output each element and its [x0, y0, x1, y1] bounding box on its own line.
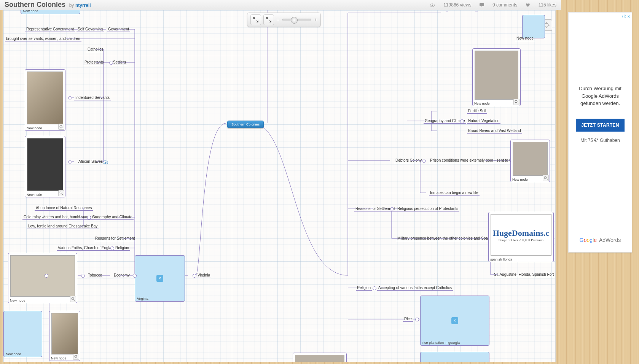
comments-stat[interactable]: 9 comments	[480, 2, 519, 8]
image-node-hugedomains[interactable]: HugeDomains.c Shop for Over 200,000 Prem…	[488, 212, 554, 262]
node-debtors[interactable]: Debtors Colony	[394, 158, 423, 163]
node-protestants[interactable]: Protestants	[83, 60, 105, 65]
likes-stat[interactable]: 115 likes	[526, 2, 556, 8]
eye-icon	[430, 3, 435, 7]
root-node[interactable]: Southern Colonies	[227, 121, 264, 128]
ad-cta-button[interactable]: JETZT STARTEN	[576, 119, 625, 132]
expand-all-button[interactable]	[263, 14, 274, 25]
node-staug[interactable]: St. Augustine, Florida, Spanish Fort	[493, 272, 555, 277]
node-representative-government[interactable]: Representative Government	[25, 27, 75, 32]
image-node-african[interactable]: New node	[25, 136, 65, 197]
ad-headline: Durch Werbung mit Google AdWords gefunde…	[569, 85, 632, 107]
node-box[interactable]: New node	[21, 10, 80, 14]
node-religion-r[interactable]: Religion	[356, 286, 372, 291]
node-prisoncond[interactable]: Prison conditions were extemely poor - s…	[429, 158, 524, 163]
node-box-top-right[interactable]	[522, 15, 545, 38]
magnify-icon[interactable]	[73, 354, 79, 360]
node-caption: New node	[10, 299, 25, 302]
node-settlers[interactable]: Settlers	[112, 60, 127, 65]
close-icon[interactable]: ×	[156, 275, 163, 282]
svg-point-6	[72, 297, 74, 300]
ad-subtext: Mit 75 €* Guthaben	[569, 138, 632, 143]
close-icon[interactable]: ×	[451, 317, 458, 324]
image-node-tobacco-leaves[interactable]: New node	[49, 311, 80, 361]
node-climate-long[interactable]: Cold rainy winters and hot, humid summer…	[22, 215, 98, 220]
node-virginia-box[interactable]: × Virginia	[135, 255, 185, 302]
node-virginia[interactable]: Virginia	[196, 273, 211, 278]
node-accepting[interactable]: Accepting of various faiths except Catho…	[377, 286, 453, 291]
node-rivers[interactable]: Broad Rivers and Vast Wetland	[467, 129, 522, 134]
expand-joint[interactable]	[87, 216, 91, 219]
magnify-icon[interactable]	[58, 124, 64, 130]
node-rice-box[interactable]: × rice plantation in georgia	[420, 296, 489, 346]
node-box-bottom-right[interactable]	[420, 352, 489, 362]
node-natveg[interactable]: Natural Vegetation	[467, 119, 500, 124]
author-link[interactable]: ntyrrell	[75, 3, 91, 8]
mindmap-canvas[interactable]: − +	[3, 10, 556, 362]
zoom-out-button[interactable]: −	[276, 17, 279, 23]
node-rice[interactable]: Rice	[403, 317, 413, 322]
magnify-icon[interactable]	[58, 190, 64, 196]
node-top-right-1[interactable]	[446, 11, 448, 11]
expand-joint[interactable]	[390, 207, 394, 211]
node-reasons[interactable]: Reasons for Settlement	[94, 236, 136, 241]
node-servants-line[interactable]: brought over servants, women, and childr…	[5, 37, 81, 41]
node-economy[interactable]: Economy	[113, 273, 131, 278]
magnify-icon[interactable]	[513, 99, 519, 105]
node-geo-climate[interactable]: Geography and Climate	[91, 215, 134, 220]
node-catholics[interactable]: Catholics	[86, 47, 104, 52]
image-node-indentured[interactable]: New node	[25, 69, 65, 131]
attachment-count[interactable]: (2)	[104, 160, 108, 164]
image-thumbnail: HugeDomains.c Shop for Over 200,000 Prem…	[491, 214, 551, 256]
node-tobacco[interactable]: Tobacco	[87, 273, 103, 278]
expand-joint[interactable]	[193, 274, 196, 278]
zoom-thumb[interactable]	[291, 17, 298, 24]
node-self-governing[interactable]: Self Governing	[76, 27, 104, 32]
zoom-slider[interactable]	[282, 19, 311, 21]
expand-joint[interactable]	[460, 119, 464, 123]
expand-joint[interactable]	[133, 274, 137, 278]
image-node-map[interactable]: New node	[472, 48, 521, 106]
node-geo-climate-r[interactable]: Geography and Climate	[424, 119, 466, 124]
expand-joint[interactable]	[415, 318, 419, 321]
magnify-icon[interactable]	[543, 175, 549, 181]
node-indentured[interactable]: Indentured Servants	[74, 95, 111, 100]
ad-brand-adwords: AdWords	[599, 237, 621, 243]
node-fertile[interactable]: Fertile Soil	[467, 109, 487, 114]
expand-joint[interactable]	[422, 159, 426, 163]
hugedomains-title: HugeDomains.c	[493, 228, 550, 238]
expand-joint[interactable]	[45, 274, 48, 278]
expand-joint[interactable]	[81, 274, 85, 278]
expand-joint[interactable]	[68, 160, 72, 164]
page-title: Southern Colonies	[5, 1, 65, 8]
node-african[interactable]: African Slaves(2)	[77, 159, 109, 164]
collapse-all-button[interactable]	[250, 14, 261, 25]
svg-point-7	[75, 355, 77, 358]
image-thumbnail	[295, 355, 344, 362]
expand-joint[interactable]	[109, 61, 113, 65]
node-box-left-bottom[interactable]: New node	[3, 311, 42, 357]
node-top-right-2[interactable]	[475, 11, 478, 11]
heart-icon	[526, 3, 530, 7]
image-node-tobacco-field[interactable]: New node	[8, 253, 77, 303]
image-thumbnail	[27, 72, 63, 124]
image-node-prison[interactable]: New node	[510, 140, 550, 182]
node-inmates[interactable]: Inmates can begin a new life	[429, 191, 480, 196]
node-government[interactable]: Government	[107, 27, 130, 32]
expand-joint[interactable]	[68, 96, 72, 100]
adchoices-icon[interactable]: ⓘ ✕	[622, 14, 630, 19]
node-faiths[interactable]: Various Faiths, Church of England	[57, 246, 117, 251]
svg-point-1	[432, 5, 433, 6]
node-relpers[interactable]: Religious persecution of Protestants	[396, 207, 459, 211]
magnify-icon[interactable]	[70, 296, 76, 302]
node-caption-newnode[interactable]: New node	[515, 36, 535, 41]
comment-icon	[480, 3, 484, 7]
node-religion[interactable]: Religion	[114, 246, 130, 251]
node-lowland[interactable]: Low, fertile land around Chesapeake Bay	[27, 224, 99, 229]
expand-joint[interactable]	[373, 286, 376, 290]
zoom-in-button[interactable]: +	[314, 17, 317, 23]
node-abundance[interactable]: Abundance of Natural Resources	[35, 206, 93, 211]
image-node-bottom-center[interactable]	[293, 353, 347, 362]
by-label: by	[69, 3, 74, 8]
expand-joint[interactable]	[110, 246, 114, 250]
